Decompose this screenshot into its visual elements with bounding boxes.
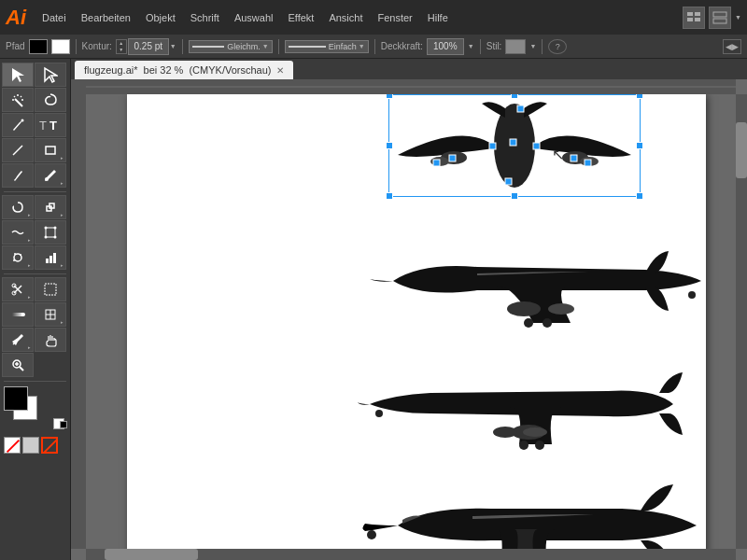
kontur-spinners[interactable]: ▲ ▼ [116, 39, 127, 54]
help-circle-icon[interactable]: ? [548, 39, 567, 54]
tool-separator-1 [4, 191, 66, 192]
airplane-top-selected[interactable]: ↖ [388, 94, 650, 206]
rotate-tool[interactable]: ▸ [2, 195, 34, 219]
airplane-side-1[interactable] [365, 234, 711, 328]
ruler-horizontal [86, 79, 736, 94]
scrollbar-horizontal[interactable] [86, 549, 736, 560]
mesh-tool[interactable]: ▸ [35, 302, 66, 327]
lasso-tool[interactable] [35, 88, 66, 112]
panel-toggle-icon[interactable]: ◀▶ [723, 39, 741, 54]
stroke-color-swatch[interactable] [4, 386, 28, 411]
einfach-caret: ▼ [359, 43, 365, 49]
scale-tool[interactable]: ▸ [35, 195, 66, 219]
svg-point-38 [21, 313, 25, 316]
svg-line-7 [21, 96, 21, 97]
kontur-caret[interactable]: ▼ [170, 43, 176, 49]
airplane-side1-svg [365, 234, 711, 328]
stroke-style-gleichm[interactable]: Gleichm. ▼ [189, 40, 273, 53]
tool-row-12 [2, 353, 68, 377]
menu-objekt[interactable]: Objekt [139, 8, 182, 27]
artboard-tool[interactable] [35, 277, 66, 301]
svg-point-70 [523, 427, 547, 437]
default-colors-icon[interactable] [53, 418, 64, 429]
menu-effekt[interactable]: Effekt [281, 8, 320, 27]
magic-wand-tool[interactable] [2, 88, 34, 112]
rect-tool[interactable]: ▸ [35, 138, 66, 162]
svg-rect-61 [585, 160, 591, 166]
pen-tool[interactable] [2, 113, 34, 137]
brush-tool[interactable]: ▸ [35, 163, 66, 188]
svg-rect-4 [713, 12, 726, 17]
menu-auswahl[interactable]: Auswahl [228, 8, 280, 27]
svg-rect-59 [571, 155, 577, 161]
svg-point-67 [543, 318, 552, 328]
warp-tool[interactable]: ▸ [2, 220, 34, 245]
tool-row-7: ▸ [2, 220, 68, 245]
sep5 [480, 39, 481, 54]
svg-rect-56 [533, 143, 540, 149]
scrollbar-thumb-v[interactable] [736, 122, 747, 178]
menu-bearbeiten[interactable]: Bearbeiten [75, 8, 137, 27]
none-swatch[interactable] [41, 437, 58, 454]
svg-point-23 [45, 236, 48, 239]
tab-bar: flugzeug.ai* bei 32 % (CMYK/Vorschau) ✕ [71, 59, 747, 79]
main-area: T T ▸ ▸ [0, 59, 747, 560]
scrollbar-vertical[interactable] [736, 94, 747, 549]
color-mode-fill[interactable] [4, 437, 21, 454]
eyedropper-tool[interactable]: ▸ [2, 328, 34, 352]
document-tab[interactable]: flugzeug.ai* bei 32 % (CMYK/Vorschau) ✕ [75, 61, 293, 79]
sep6 [542, 39, 543, 54]
document-canvas[interactable]: ↖ [127, 94, 706, 560]
stroke-style-einfach[interactable]: Einfach ▼ [285, 40, 369, 53]
tab-close-button[interactable]: ✕ [276, 65, 284, 76]
canvas-scroll[interactable]: ↖ [71, 79, 747, 560]
airplane-side-3[interactable] [351, 468, 715, 560]
direct-selection-tool[interactable] [35, 63, 66, 87]
scissors-tool[interactable]: ▸ [2, 277, 34, 301]
gradient-tool[interactable] [2, 302, 34, 327]
airplane-side-2[interactable] [356, 356, 711, 454]
type-tool[interactable]: T T [35, 113, 66, 137]
svg-point-64 [507, 301, 541, 316]
menu-schrift[interactable]: Schrift [184, 8, 226, 27]
svg-rect-2 [687, 18, 693, 21]
fill-swatch[interactable] [29, 39, 48, 54]
svg-rect-3 [695, 18, 700, 21]
menu-ansicht[interactable]: Ansicht [322, 8, 369, 27]
workspace-caret: ▼ [735, 14, 741, 21]
zoom-tool[interactable] [2, 353, 34, 377]
selection-tool[interactable] [2, 63, 34, 87]
tool-row-1 [2, 63, 68, 87]
scrollbar-thumb-h[interactable] [105, 549, 198, 560]
toolbar-strip: Pfad Kontur: ▲ ▼ 0.25 pt ▼ Gleichm. ▼ Ei… [0, 35, 747, 59]
workspace-icon[interactable] [683, 7, 705, 29]
deckkraft-value[interactable]: 100% [427, 38, 464, 55]
tool-row-10: ▸ [2, 302, 68, 327]
svg-line-11 [15, 99, 22, 106]
stil-swatch[interactable] [505, 39, 526, 54]
line-tool[interactable] [2, 138, 34, 162]
sep1 [76, 39, 77, 54]
symbol-tool[interactable]: ▸ [2, 245, 34, 270]
color-gradient-swatch[interactable] [22, 437, 39, 454]
svg-rect-62 [505, 178, 512, 185]
tool-separator-2 [4, 273, 66, 274]
free-transform-tool[interactable] [35, 220, 66, 245]
deckkraft-caret: ▼ [468, 43, 474, 49]
grid-arrange-icon[interactable] [709, 7, 731, 29]
menu-fenster[interactable]: Fenster [371, 8, 418, 27]
menu-datei[interactable]: Datei [35, 8, 73, 27]
svg-rect-20 [46, 228, 55, 237]
menu-bar: Ai Datei Bearbeiten Objekt Schrift Auswa… [0, 0, 747, 35]
column-graph-tool[interactable]: ▸ [35, 245, 66, 270]
svg-rect-49 [71, 94, 86, 549]
pencil-tool[interactable] [2, 163, 34, 188]
tool-row-9: ▸ [2, 277, 68, 301]
menu-hilfe[interactable]: Hilfe [421, 8, 455, 27]
svg-point-73 [535, 441, 544, 450]
svg-rect-0 [687, 12, 693, 16]
kontur-value[interactable]: 0.25 pt [128, 38, 169, 55]
hand-tool[interactable] [35, 328, 66, 352]
airplane-side2-svg [356, 356, 711, 454]
stroke-swatch[interactable] [51, 39, 70, 54]
